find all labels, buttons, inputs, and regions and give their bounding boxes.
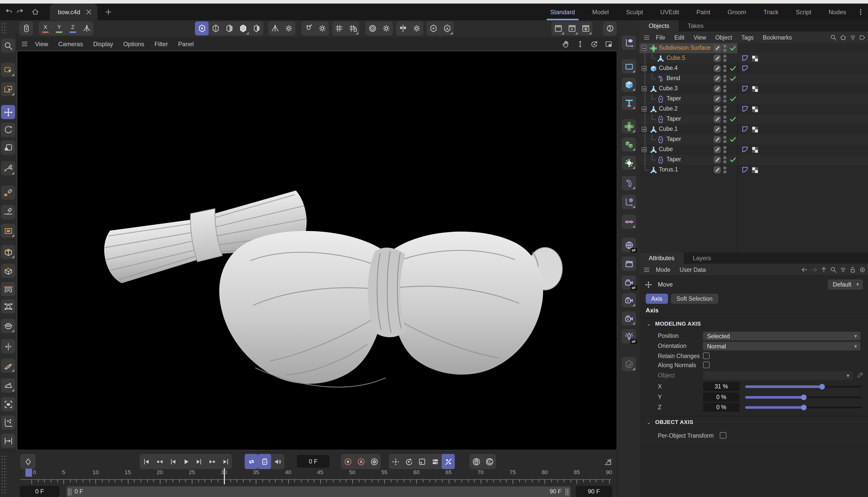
render-toggle[interactable] <box>714 45 721 52</box>
cube-primitive-button[interactable] <box>1 245 15 259</box>
array-generator-button[interactable] <box>622 138 636 152</box>
phong-tag-icon[interactable] <box>741 55 749 62</box>
render-view-button[interactable] <box>551 21 565 36</box>
subtab-axis[interactable]: Axis <box>646 294 668 304</box>
layout-tab-nodes[interactable]: Nodes <box>820 3 855 20</box>
layout-tab-uvedit[interactable]: UVEdit <box>651 3 688 20</box>
move-tool-button[interactable] <box>1 105 15 119</box>
z-value-field[interactable]: 0 % <box>703 403 740 412</box>
phong-tag-icon[interactable] <box>741 85 749 93</box>
rectangle-selection-button[interactable] <box>1 82 15 96</box>
record-keyframe-button[interactable] <box>341 454 354 469</box>
pan-icon[interactable] <box>561 38 571 49</box>
tree-row-cube-4[interactable]: Cube.4 <box>639 63 868 73</box>
range-start-field[interactable]: 0 F <box>20 486 59 497</box>
timeline-drag-handle[interactable] <box>1 455 7 494</box>
snapping-button[interactable] <box>302 21 315 36</box>
render-toggle[interactable] <box>714 156 721 163</box>
go-to-end-button[interactable] <box>219 454 232 469</box>
tree-row-cube-3[interactable]: Cube.3 <box>639 84 868 94</box>
next-frame-button[interactable] <box>192 454 206 469</box>
orientation-dropdown[interactable]: Normal▼ <box>703 342 860 351</box>
rotate-recording-button[interactable] <box>483 454 496 469</box>
spline-primitive-button[interactable] <box>622 59 636 73</box>
tree-row-cube-2[interactable]: Cube.2 <box>639 104 868 114</box>
cloner-button[interactable] <box>622 156 636 170</box>
render-toggle[interactable] <box>714 65 721 72</box>
rotate-tool-button[interactable] <box>1 123 15 137</box>
scale-tool-button[interactable] <box>1 141 15 155</box>
visibility-dots[interactable] <box>724 65 726 72</box>
orbit-icon[interactable] <box>589 38 600 49</box>
camera-object-button[interactable]: ST <box>622 275 636 289</box>
grid-button[interactable] <box>332 21 346 36</box>
attributes-menu-user-data[interactable]: User Data <box>675 267 711 273</box>
tree-row-taper[interactable]: Taper <box>639 114 868 124</box>
visibility-dots[interactable] <box>724 125 726 133</box>
range-end-handle[interactable] <box>565 488 569 496</box>
extrude-generator-button[interactable] <box>1 264 15 278</box>
live-selection-button[interactable] <box>1 63 15 77</box>
lock-x-axis-button[interactable]: X <box>39 21 52 36</box>
x-slider[interactable] <box>745 386 862 387</box>
objects-menu-tags[interactable]: Tags <box>737 34 758 40</box>
key-parameters-button[interactable] <box>428 454 442 469</box>
timeline-marker[interactable] <box>224 468 225 484</box>
render-toggle[interactable] <box>714 146 721 153</box>
texture-tag-icon[interactable] <box>751 85 759 93</box>
collapse-box[interactable] <box>642 106 647 112</box>
enabled-check-icon[interactable] <box>729 65 736 72</box>
collapse-box[interactable] <box>642 46 647 51</box>
key-point-level-animation-button[interactable] <box>442 454 455 469</box>
kebab-menu-icon[interactable] <box>855 6 866 17</box>
volume-builder-button[interactable] <box>1 319 15 333</box>
undo-icon[interactable] <box>3 6 14 17</box>
new-tab-icon[interactable] <box>102 6 114 17</box>
visibility-dots[interactable] <box>724 166 726 174</box>
render-camera-a-button[interactable] <box>622 293 636 307</box>
texture-tag-icon[interactable] <box>751 166 759 174</box>
render-toggle[interactable] <box>714 55 721 62</box>
previous-frame-button[interactable] <box>166 454 179 469</box>
close-tab-icon[interactable] <box>85 6 92 17</box>
workplane-button[interactable] <box>268 21 282 36</box>
modeling-axis-group[interactable]: ⌄MODELING AXIS <box>647 321 701 327</box>
set-keyframe-button[interactable] <box>20 454 36 469</box>
tree-row-taper[interactable]: Taper <box>639 134 868 144</box>
viewport-menu-filter[interactable]: Filter <box>149 40 173 47</box>
tree-row-bend[interactable]: Bend <box>639 73 868 84</box>
retain-changes-checkbox[interactable] <box>703 353 709 359</box>
maximize-icon[interactable] <box>603 38 614 49</box>
render-toggle[interactable] <box>714 95 721 102</box>
attributes-menu-mode[interactable]: Mode <box>651 267 675 273</box>
z-slider[interactable] <box>745 407 862 408</box>
play-sound-button[interactable] <box>271 454 284 469</box>
visibility-dots[interactable] <box>724 44 726 52</box>
material-editor-button[interactable] <box>622 357 636 371</box>
visibility-dots[interactable] <box>724 105 726 113</box>
texture-tag-icon[interactable] <box>751 126 759 133</box>
tree-row-taper[interactable]: Taper <box>639 155 868 165</box>
ffd-deformer-button[interactable] <box>1 299 15 313</box>
arrow-right-icon[interactable] <box>809 265 819 274</box>
symmetry-settings-button[interactable] <box>410 21 423 36</box>
render-toggle[interactable] <box>714 85 721 92</box>
enabled-check-icon[interactable] <box>729 75 736 82</box>
viewport-hamburger-icon[interactable] <box>19 38 30 49</box>
pivot-tool-button[interactable] <box>622 36 636 50</box>
rectangle-spline-button[interactable] <box>1 224 15 238</box>
layout-tab-groom[interactable]: Groom <box>719 3 755 20</box>
subtab-soft-selection[interactable]: Soft Selection <box>671 294 718 304</box>
layout-tab-model[interactable]: Model <box>583 3 617 20</box>
visibility-dots[interactable] <box>724 54 726 62</box>
lock-z-axis-button[interactable]: Z <box>66 21 80 36</box>
layout-tab-sculpt[interactable]: Sculpt <box>618 3 652 20</box>
timeline-marker-button[interactable] <box>1 434 15 448</box>
render-toggle[interactable] <box>714 126 721 133</box>
target-icon[interactable] <box>857 265 867 274</box>
layout-tab-paint[interactable]: Paint <box>688 3 719 20</box>
x-value-field[interactable]: 31 % <box>703 382 740 391</box>
filter-icon[interactable] <box>848 32 857 42</box>
coordinate-system-button[interactable] <box>80 21 93 36</box>
object-axis-group[interactable]: ⌄OBJECT AXIS <box>647 419 693 425</box>
